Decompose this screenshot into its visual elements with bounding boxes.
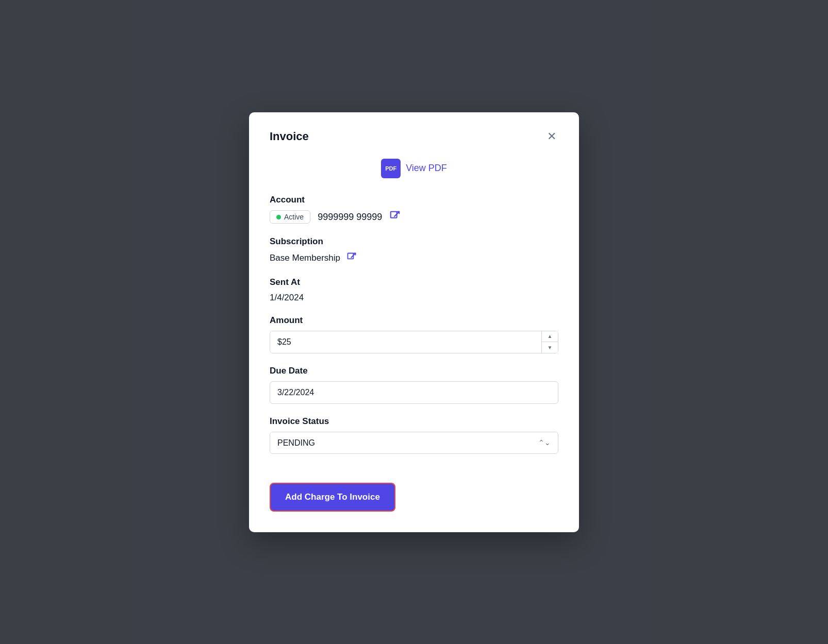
amount-label: Amount xyxy=(270,315,558,326)
subscription-name: Base Membership xyxy=(270,253,340,263)
amount-increment-button[interactable]: ▲ xyxy=(542,331,558,343)
pdf-icon: PDF xyxy=(381,159,401,178)
account-number: 9999999 99999 xyxy=(318,212,382,223)
account-row: Active 9999999 99999 xyxy=(270,210,558,224)
subscription-row: Base Membership xyxy=(270,252,558,265)
close-button[interactable]: ✕ xyxy=(545,129,558,144)
add-charge-to-invoice-button[interactable]: Add Charge To Invoice xyxy=(270,483,395,512)
invoice-status-label: Invoice Status xyxy=(270,416,558,427)
view-pdf-link[interactable]: View PDF xyxy=(406,163,447,174)
invoice-modal: Invoice ✕ PDF View PDF Account Active 99… xyxy=(249,112,579,532)
amount-section: Amount ▲ ▼ xyxy=(270,315,558,353)
due-date-section: Due Date xyxy=(270,366,558,404)
subscription-label: Subscription xyxy=(270,236,558,247)
account-section: Account Active 9999999 99999 xyxy=(270,195,558,224)
amount-input-wrapper: ▲ ▼ xyxy=(270,331,558,353)
subscription-section: Subscription Base Membership xyxy=(270,236,558,265)
account-label: Account xyxy=(270,195,558,205)
modal-header: Invoice ✕ xyxy=(270,129,558,144)
due-date-input[interactable] xyxy=(270,381,558,404)
invoice-status-select[interactable]: PENDING PAID OVERDUE CANCELLED xyxy=(270,432,558,453)
sent-at-section: Sent At 1/4/2024 xyxy=(270,277,558,303)
active-badge: Active xyxy=(270,210,310,224)
subscription-external-link-icon[interactable] xyxy=(346,252,357,265)
view-pdf-row: PDF View PDF xyxy=(270,159,558,178)
invoice-status-section: Invoice Status PENDING PAID OVERDUE CANC… xyxy=(270,416,558,454)
amount-decrement-button[interactable]: ▼ xyxy=(542,342,558,353)
account-external-link-icon[interactable] xyxy=(389,210,401,224)
amount-spinner: ▲ ▼ xyxy=(541,331,558,353)
active-dot xyxy=(276,215,281,219)
status-select-wrapper: PENDING PAID OVERDUE CANCELLED ⌃⌄ xyxy=(270,432,558,454)
sent-at-value: 1/4/2024 xyxy=(270,293,304,302)
sent-at-label: Sent At xyxy=(270,277,558,287)
active-badge-text: Active xyxy=(284,213,304,221)
modal-title: Invoice xyxy=(270,130,309,143)
due-date-label: Due Date xyxy=(270,366,558,376)
amount-input[interactable] xyxy=(270,331,558,353)
